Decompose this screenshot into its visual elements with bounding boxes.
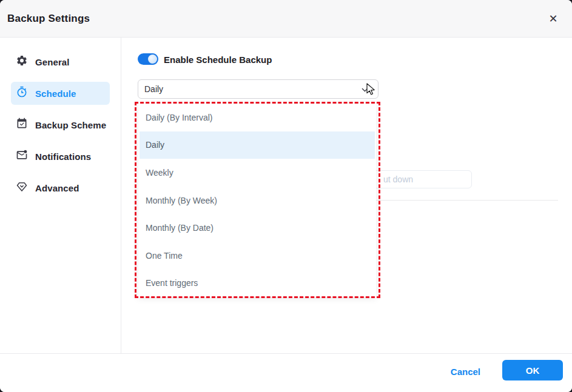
sidebar-item-advanced[interactable]: Advanced xyxy=(11,176,110,199)
sidebar: General Schedule Backup Scheme Notificat… xyxy=(0,38,121,353)
sidebar-item-general[interactable]: General xyxy=(11,50,110,73)
sidebar-item-notifications[interactable]: Notifications xyxy=(11,145,110,168)
close-icon[interactable]: ✕ xyxy=(542,0,564,38)
toggle-knob xyxy=(148,55,157,64)
frequency-dropdown-list: Daily (By Interval) Daily Weekly Monthly… xyxy=(138,104,376,297)
dialog-title: Backup Settings xyxy=(7,13,90,25)
chevron-down-icon xyxy=(362,84,368,94)
enable-schedule-toggle[interactable] xyxy=(138,53,158,65)
mail-unread-icon xyxy=(16,149,28,164)
dropdown-option-monthly-by-date[interactable]: Monthly (By Date) xyxy=(140,214,375,242)
sidebar-item-label: Advanced xyxy=(35,183,79,193)
sidebar-item-label: Notifications xyxy=(35,151,91,162)
backup-settings-dialog: Backup Settings ✕ General Schedule Backu… xyxy=(0,0,572,392)
stopwatch-icon xyxy=(16,86,28,101)
gear-icon xyxy=(16,55,28,69)
diamond-check-icon xyxy=(16,181,28,195)
calendar-check-icon xyxy=(16,118,28,132)
sidebar-item-label: Schedule xyxy=(35,88,76,99)
frequency-select-value: Daily xyxy=(144,84,163,94)
sidebar-item-backup-scheme[interactable]: Backup Scheme xyxy=(11,113,110,136)
dropdown-option-daily-by-interval[interactable]: Daily (By Interval) xyxy=(140,104,375,131)
sidebar-item-label: General xyxy=(35,57,70,67)
sidebar-item-label: Backup Scheme xyxy=(35,120,106,130)
dropdown-option-weekly[interactable]: Weekly xyxy=(140,159,375,187)
dropdown-option-monthly-by-week[interactable]: Monthly (By Week) xyxy=(140,187,375,214)
dropdown-option-event-triggers[interactable]: Event triggers xyxy=(140,269,375,297)
dialog-header: Backup Settings ✕ xyxy=(0,0,572,38)
sidebar-item-schedule[interactable]: Schedule xyxy=(11,82,110,105)
frequency-select[interactable]: Daily xyxy=(138,79,379,99)
ok-button[interactable]: OK xyxy=(502,360,563,380)
dropdown-option-one-time[interactable]: One Time xyxy=(140,242,375,270)
cancel-button[interactable]: Cancel xyxy=(451,367,480,377)
dropdown-option-daily[interactable]: Daily xyxy=(140,131,375,159)
dialog-footer: Cancel OK xyxy=(0,353,572,392)
enable-schedule-label: Enable Schedule Backup xyxy=(164,55,272,65)
